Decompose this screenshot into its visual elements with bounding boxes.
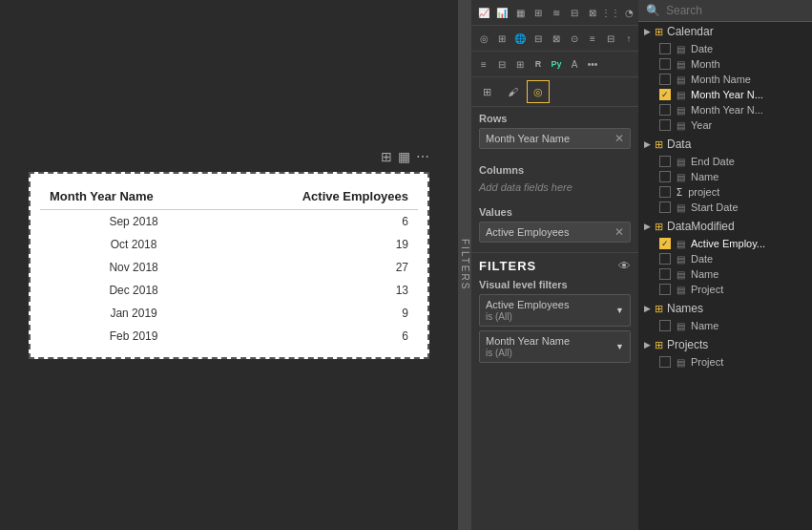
checkbox-4-0[interactable] — [659, 356, 671, 368]
tree-item-0-1[interactable]: ▤Month — [638, 56, 812, 72]
tree-item-2-3[interactable]: ▤Project — [638, 282, 812, 297]
more-viz-icon[interactable]: ••• — [584, 55, 601, 73]
tree-item-1-0[interactable]: ▤End Date — [638, 154, 812, 169]
tree-item-1-3[interactable]: ▤Start Date — [638, 200, 812, 215]
field-type-icon-0-3: ▤ — [677, 90, 685, 100]
filters-sidebar-tab[interactable]: FILTERS — [458, 0, 471, 530]
card-icon[interactable]: ≡ — [584, 30, 601, 47]
checkbox-0-4[interactable] — [659, 104, 671, 116]
slicer-icon[interactable]: ≡ — [475, 55, 492, 73]
tree-item-0-5[interactable]: ▤Year — [638, 117, 812, 133]
tree-item-3-0[interactable]: ▤Name — [638, 318, 812, 333]
tree-group-header-4[interactable]: ▶⊞Projects — [638, 335, 812, 354]
field-type-icon-4-0: ▤ — [677, 357, 685, 368]
waterfall-icon[interactable]: ⊠ — [584, 4, 601, 21]
checkbox-0-0[interactable] — [659, 43, 671, 54]
checkbox-1-0[interactable] — [659, 156, 671, 167]
checkbox-1-1[interactable] — [659, 171, 671, 182]
tree-item-2-2[interactable]: ▤Name — [638, 266, 812, 282]
table-icon[interactable]: ⊟ — [493, 55, 510, 73]
multi-row-card-icon[interactable]: ⊟ — [602, 30, 619, 47]
field-label-0-0: Date — [691, 43, 713, 54]
filter-icon[interactable]: ⊞ — [381, 149, 392, 164]
ribbon-chart-icon[interactable]: ⊟ — [566, 4, 583, 21]
gauge-icon[interactable]: ⊙ — [566, 30, 583, 47]
tree-item-2-0[interactable]: ✓▤Active Employ... — [638, 236, 812, 251]
tree-item-2-1[interactable]: ▤Date — [638, 251, 812, 266]
area-chart-icon[interactable]: 📊 — [493, 4, 510, 21]
checkbox-0-1[interactable] — [659, 58, 671, 70]
format-icon[interactable]: ▦ — [398, 149, 410, 164]
chevron-icon: ▶ — [644, 222, 651, 231]
tree-group-header-1[interactable]: ▶⊞Data — [638, 135, 812, 154]
python-icon[interactable]: Py — [548, 55, 565, 73]
table-row: Sep 2018 6 — [40, 209, 418, 233]
tree-group-header-3[interactable]: ▶⊞Names — [638, 299, 812, 318]
checkbox-2-2[interactable] — [659, 268, 671, 280]
smart-narrative-icon[interactable]: A — [566, 55, 583, 73]
filter-chevron-0[interactable]: ▼ — [615, 306, 624, 315]
checkbox-0-5[interactable] — [659, 119, 671, 131]
tree-item-1-1[interactable]: ▤Name — [638, 169, 812, 184]
scatter-icon[interactable]: ⋮⋮ — [602, 4, 619, 21]
checkbox-0-3[interactable]: ✓ — [659, 89, 671, 100]
rows-section: Rows Month Year Name ✕ — [471, 107, 638, 159]
values-field-pill[interactable]: Active Employees ✕ — [479, 222, 631, 243]
checkbox-1-2[interactable] — [659, 186, 671, 198]
checkbox-1-3[interactable] — [659, 201, 671, 213]
tree-item-0-4[interactable]: ▤Month Year N... — [638, 102, 812, 117]
kpi-icon[interactable]: ↑ — [620, 30, 637, 47]
funnel-icon[interactable]: ⊠ — [548, 30, 565, 47]
r-visual-icon[interactable]: R — [530, 55, 547, 73]
filter-chevron-1[interactable]: ▼ — [615, 342, 624, 351]
treemap-icon[interactable]: ⊞ — [493, 30, 510, 47]
filter-item-0[interactable]: Active Employeesis (All)▼ — [479, 294, 631, 327]
filter-item-1[interactable]: Month Year Nameis (All)▼ — [479, 330, 631, 363]
tree-group-header-0[interactable]: ▶⊞Calendar — [638, 22, 812, 41]
rows-remove-button[interactable]: ✕ — [614, 132, 624, 145]
pie-icon[interactable]: ◔ — [620, 4, 637, 21]
tree-item-0-0[interactable]: ▤Date — [638, 41, 812, 56]
field-type-icon-1-2: Σ — [677, 187, 682, 198]
tree-item-0-3[interactable]: ✓▤Month Year N... — [638, 87, 812, 102]
column-chart-icon[interactable]: ⊞ — [530, 4, 547, 21]
map-icon[interactable]: 🌐 — [511, 30, 529, 47]
tree-item-1-2[interactable]: Σproject — [638, 184, 812, 200]
cell-value: 6 — [227, 325, 418, 348]
field-label-1-1: Name — [691, 171, 718, 182]
donut-icon[interactable]: ◎ — [475, 30, 492, 47]
checkbox-2-3[interactable] — [659, 284, 671, 295]
checkbox-3-0[interactable] — [659, 320, 671, 331]
field-type-icon-1-1: ▤ — [677, 172, 685, 182]
more-icon[interactable]: ⋯ — [416, 149, 429, 164]
tree-group-header-2[interactable]: ▶⊞DataModified — [638, 217, 812, 236]
matrix-icon[interactable]: ⊞ — [511, 55, 529, 73]
tree-item-0-2[interactable]: ▤Month Name — [638, 72, 812, 87]
values-remove-button[interactable]: ✕ — [614, 225, 624, 239]
tree-item-4-0[interactable]: ▤Project — [638, 354, 812, 370]
combo-chart-icon[interactable]: ≋ — [548, 4, 565, 21]
field-label-1-3: Start Date — [691, 201, 739, 213]
search-input[interactable] — [666, 4, 809, 17]
filled-map-icon[interactable]: ⊟ — [530, 30, 547, 47]
chevron-icon: ▶ — [644, 304, 651, 313]
field-type-icon-2-0: ▤ — [677, 239, 685, 249]
format-tab[interactable]: 🖌 — [501, 80, 524, 103]
filters-eye-icon[interactable]: 👁 — [618, 259, 631, 273]
group-label-0: Calendar — [667, 25, 714, 38]
rows-field-pill[interactable]: Month Year Name ✕ — [479, 128, 631, 149]
cell-month: Nov 2018 — [40, 256, 227, 279]
filter-items-container: Active Employeesis (All)▼Month Year Name… — [479, 294, 631, 363]
table-row: Dec 2018 13 — [40, 279, 418, 302]
line-chart-icon[interactable]: 📈 — [475, 4, 492, 21]
checkbox-0-2[interactable] — [659, 74, 671, 85]
checkbox-2-1[interactable] — [659, 253, 671, 265]
bar-chart-icon[interactable]: ▦ — [511, 4, 529, 21]
table-row: Feb 2019 6 — [40, 325, 418, 348]
fields-tab[interactable]: ⊞ — [475, 80, 498, 103]
group-label-2: DataModified — [667, 220, 735, 233]
checkbox-2-0[interactable]: ✓ — [659, 238, 671, 249]
field-label-1-2: project — [688, 186, 719, 198]
table-toolbar: ⊞ ▦ ⋯ — [381, 149, 429, 164]
analytics-tab[interactable]: ◎ — [527, 80, 550, 103]
